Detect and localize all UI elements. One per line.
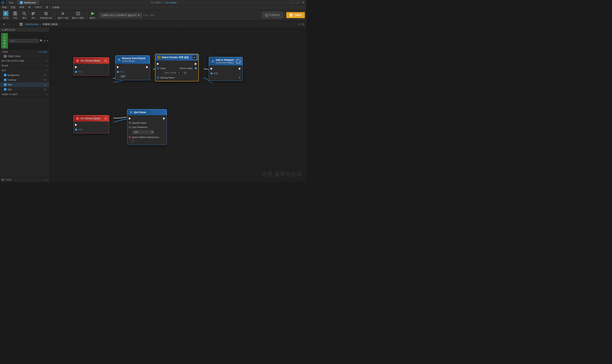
- eye-icon-btn[interactable]: 👁: [44, 39, 46, 43]
- functions-controls: +: [46, 60, 48, 62]
- add-new-button[interactable]: + 신규 추가: [1, 33, 8, 49]
- node-close-icon[interactable]: [104, 60, 107, 62]
- var-quit[interactable]: Quit: [0, 87, 49, 92]
- qg-exec-in-arrow[interactable]: [129, 117, 131, 120]
- on-clicked-quit-node[interactable]: On Clicked (Quit) 타깃: [73, 115, 109, 133]
- event-dispatchers-add[interactable]: +: [46, 93, 48, 96]
- toolbar-separator-3: [98, 11, 98, 19]
- event-graph-item[interactable]: 이벤트그래프: [0, 54, 49, 58]
- class-settings-button[interactable]: 클래스 세팅: [56, 10, 70, 20]
- target-in-circle[interactable]: [117, 71, 119, 73]
- on-clicked-new-node[interactable]: On Clicked (New) 타깃: [73, 57, 109, 76]
- detail-arrow: ▲: [46, 179, 48, 181]
- menu-help[interactable]: 도움말: [50, 5, 61, 9]
- var-new-label: New: [8, 83, 12, 86]
- compile-label: 컴파일: [3, 16, 9, 19]
- sg-class-circle[interactable]: [157, 67, 159, 69]
- var-continue[interactable]: Continue: [0, 78, 49, 82]
- qg-exec-out-arrow[interactable]: [163, 117, 165, 120]
- macros-add-icon[interactable]: +: [46, 65, 48, 67]
- variables-label: 변수: [1, 69, 6, 72]
- graph-area[interactable]: On Clicked (New) 타깃 f Remove from Parent…: [49, 27, 306, 182]
- qg-ignore-circle[interactable]: [129, 136, 131, 138]
- compile-button[interactable]: 컴파일: [1, 10, 10, 20]
- svg-text:U: U: [2, 1, 3, 4]
- var-continue-icon: [4, 79, 6, 81]
- tab-start[interactable]: Start: [6, 0, 17, 5]
- atv-expand-arrow[interactable]: ▼: [239, 76, 241, 79]
- atv-target-circle[interactable]: [211, 73, 213, 75]
- atv-exec-out-arrow[interactable]: [239, 67, 241, 70]
- sg-class-selector[interactable]: Select Gender ▼: [162, 71, 182, 75]
- variables-section-header[interactable]: 변수 +: [0, 68, 49, 73]
- browse-button[interactable]: 탐색: [20, 10, 29, 20]
- variables-add-icon[interactable]: +: [46, 69, 48, 72]
- qg-pref-circle[interactable]: [129, 126, 131, 128]
- minimize-button[interactable]: ─: [289, 0, 295, 5]
- breadcrumb-startscreen[interactable]: StartScreen: [25, 23, 39, 26]
- close-button[interactable]: ✕: [300, 0, 306, 5]
- select-gender-node[interactable]: Select Gender 위젯 생성: [155, 54, 199, 81]
- widget-icon: [157, 56, 160, 59]
- options-icon-btn[interactable]: ▾: [47, 39, 48, 43]
- sg-exec-in-arrow[interactable]: [157, 63, 159, 65]
- quit-target-circle[interactable]: [75, 129, 77, 131]
- event-dispatchers-header[interactable]: 이벤트 디스패치 +: [0, 92, 49, 97]
- restore-button[interactable]: □: [295, 0, 300, 5]
- qg-player-circle[interactable]: [129, 122, 131, 124]
- save-button[interactable]: 저장: [11, 10, 20, 20]
- functions-add-icon[interactable]: +: [46, 60, 48, 62]
- quit-game-title: Quit Game: [134, 111, 146, 114]
- exec-out-pin[interactable]: [75, 66, 77, 68]
- var-continue-expand: [43, 78, 47, 82]
- add-to-viewport-node[interactable]: f Add to Viewport 타깃은 User Widget: [209, 57, 243, 81]
- designer-button[interactable]: 디자이너: [262, 12, 283, 18]
- var-new[interactable]: New: [0, 82, 49, 87]
- back-button[interactable]: ‹: [8, 23, 12, 26]
- class-defaults-button[interactable]: 클래스 디폴트: [70, 10, 86, 20]
- sg-return-circle[interactable]: [195, 67, 197, 69]
- sg-owning-circle[interactable]: [157, 77, 159, 79]
- debug-filter[interactable]: 선택된 디버그 오브젝트가 없습니다. ▼: [99, 13, 142, 18]
- menu-edit[interactable]: 편집: [9, 5, 17, 9]
- quit-node-close[interactable]: [104, 117, 107, 120]
- node-options-icon[interactable]: [192, 55, 196, 59]
- search-input[interactable]: [9, 39, 39, 43]
- qg-checkbox[interactable]: [132, 140, 134, 143]
- graph-label: 그래프: [294, 13, 302, 17]
- exec-out-arrow[interactable]: [146, 66, 148, 68]
- forward-button[interactable]: ›: [12, 23, 16, 26]
- play-icon: [90, 11, 95, 16]
- atv-exec-in-arrow[interactable]: [211, 67, 213, 70]
- main-layout: 내 블루프린트 + 신규 추가 🔍 👁 ▾ 그래프 + 새 그래프 이벤트그래프…: [0, 27, 306, 182]
- functions-section-header[interactable]: 함수 (36 오버라이더블) +: [0, 59, 49, 63]
- quit-exec-arrow[interactable]: [75, 124, 77, 126]
- graph-button[interactable]: 그래프: [286, 12, 305, 18]
- bookmark-button[interactable]: ★: [1, 23, 7, 26]
- menu-window[interactable]: 창: [44, 5, 50, 9]
- var-background[interactable]: background: [0, 73, 49, 78]
- search-icon-btn[interactable]: 🔍: [40, 39, 43, 43]
- target-out-pin[interactable]: [75, 71, 77, 73]
- menu-view[interactable]: 뷰: [26, 5, 33, 9]
- menu-debug[interactable]: 디버그: [33, 5, 44, 9]
- menu-asset[interactable]: 애셋: [17, 5, 26, 9]
- play-button[interactable]: 플레이: [88, 10, 97, 20]
- hide-button[interactable]: 관련없음 숨김: [38, 10, 54, 20]
- exec-out-pin-right: [120, 65, 150, 69]
- func-icon: f: [118, 58, 121, 61]
- remove-from-parent-node[interactable]: f Remove from Parent 타깃은 Widget: [115, 55, 150, 80]
- qg-pref-dropdown[interactable]: Quit: [132, 130, 154, 134]
- exec-in-arrow[interactable]: [117, 66, 119, 68]
- find-button[interactable]: 찾기: [29, 10, 38, 20]
- quit-game-node[interactable]: f Quit Game Specific Player: [127, 109, 167, 145]
- sg-browse-icon[interactable]: [184, 71, 187, 74]
- event-node-icon: [76, 59, 79, 63]
- new-graph-button[interactable]: + 새 그래프: [38, 51, 48, 53]
- macros-section-header[interactable]: 매크로 +: [0, 63, 49, 68]
- tab-startscreen[interactable]: StartScreen*: [17, 0, 40, 5]
- graphs-section-header[interactable]: 그래프 + 새 그래프: [0, 50, 49, 54]
- menu-file[interactable]: 파일: [0, 5, 9, 9]
- sg-exec-out-arrow[interactable]: [195, 63, 197, 65]
- event-graph-label: 이벤트그래프: [8, 55, 21, 58]
